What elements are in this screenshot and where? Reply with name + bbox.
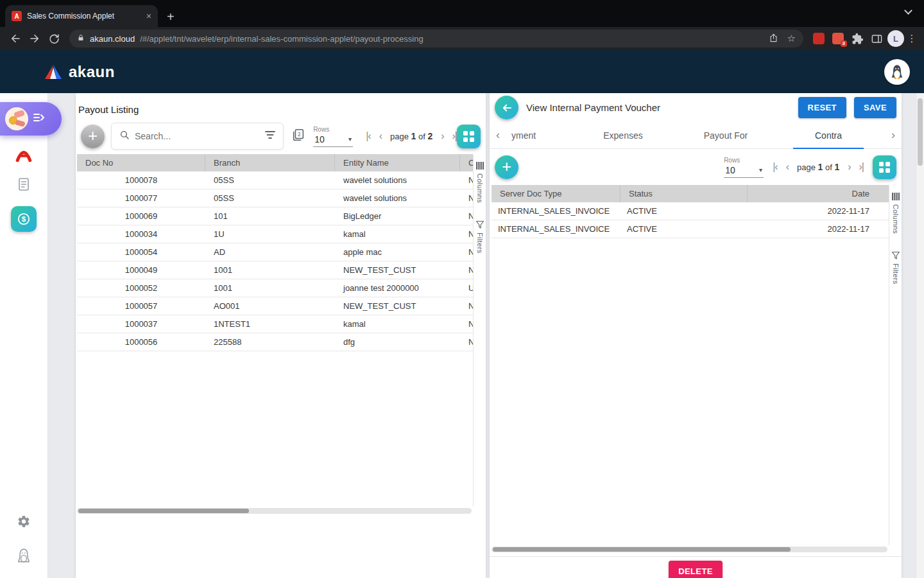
last-page-icon[interactable]: ›| (859, 162, 864, 172)
tab-list: yment Expenses Payout For Contra (508, 122, 880, 148)
table-row[interactable]: 1000054 AD apple mac N (77, 243, 473, 261)
column-header[interactable]: Branch (205, 154, 335, 171)
back-icon[interactable] (6, 30, 24, 48)
scrollbar-thumb[interactable] (78, 509, 249, 513)
entity-name-cell: NEW_TEST_CUST (335, 265, 460, 275)
table-row[interactable]: INTERNAL_SALES_INVOICE ACTIVE 2022-11-17 (492, 220, 889, 238)
tab[interactable]: Contra (777, 122, 880, 148)
table-row[interactable]: 1000049 1001 NEW_TEST_CUST N (77, 261, 473, 279)
back-button[interactable] (495, 96, 518, 119)
rows-per-page-select[interactable]: Rows 10 ▾ (313, 126, 353, 147)
side-panel-icon[interactable] (868, 30, 886, 48)
pagination: |‹ ‹ page 1 of 2 › ›| (366, 131, 457, 141)
filters-toggle[interactable]: Filters (892, 252, 900, 285)
branch-cell: 225588 (205, 337, 335, 347)
penguin-help-icon[interactable] (15, 548, 32, 567)
grid-view-button[interactable] (873, 155, 896, 179)
table-row[interactable]: 1000037 1NTEST1 kamal N (77, 315, 473, 333)
column-header[interactable]: Server Doc Type (492, 185, 620, 202)
tabs-scroll-right-icon[interactable]: › (884, 128, 895, 142)
columns-toggle[interactable]: Columns (476, 162, 484, 203)
columns-toggle[interactable]: Columns (892, 193, 900, 234)
branch-cell: 05SS (205, 193, 335, 203)
share-icon[interactable] (769, 33, 778, 45)
brand-logo[interactable]: akaun (44, 63, 115, 81)
table-side-toolbar: Columns Filters (473, 154, 486, 507)
next-page-icon[interactable]: › (441, 131, 443, 141)
user-avatar[interactable] (884, 59, 910, 85)
forward-icon[interactable] (26, 30, 44, 48)
app-header: akaun (0, 50, 924, 93)
rows-value: 10 (725, 165, 735, 175)
filters-toggle[interactable]: Filters (476, 221, 484, 254)
reload-icon[interactable] (45, 30, 63, 48)
tabs-scroll-left-icon[interactable]: ‹ (496, 128, 508, 142)
prev-page-icon[interactable]: ‹ (379, 131, 382, 141)
extensions-puzzle-icon[interactable] (848, 30, 866, 48)
column-header[interactable]: C (460, 154, 473, 171)
table-row[interactable]: 1000077 05SS wavelet solutions N (77, 189, 473, 207)
save-button[interactable]: SAVE (854, 97, 896, 118)
table-row[interactable]: 1000069 101 BigLedger N (77, 207, 473, 225)
reset-button[interactable]: RESET (798, 97, 846, 118)
tab-label: Expenses (603, 130, 642, 141)
add-contra-button[interactable]: + (495, 155, 518, 179)
profile-avatar[interactable]: L (887, 30, 905, 48)
entity-name-cell: wavelet solutions (335, 193, 460, 203)
tab-search-chevron-icon[interactable] (904, 6, 912, 15)
rows-per-page-select[interactable]: Rows 10 ▾ (724, 157, 764, 178)
table-row[interactable]: INTERNAL_SALES_INVOICE ACTIVE 2022-11-17 (492, 202, 889, 220)
add-payout-button[interactable]: + (81, 125, 105, 148)
expand-sidebar-icon[interactable] (33, 112, 46, 126)
horizontal-scrollbar[interactable] (77, 508, 472, 514)
extra-cell: N (460, 193, 473, 203)
table-row[interactable]: 1000034 1U kamal N (77, 225, 473, 243)
scrollbar-thumb[interactable] (493, 547, 791, 552)
last-page-icon[interactable]: ›| (452, 131, 457, 141)
table-body: 1000078 05SS wavelet solutions N 1000077… (77, 171, 473, 351)
column-header[interactable]: Status (620, 185, 748, 202)
table-row[interactable]: 1000056 225588 dfg N (77, 333, 473, 351)
table-row[interactable]: 1000052 1001 joanne test 2000000 U (77, 279, 473, 297)
column-header[interactable]: Entity Name (335, 154, 460, 171)
new-tab-icon[interactable]: + (167, 10, 175, 23)
tab-close-icon[interactable]: × (146, 12, 151, 21)
column-header[interactable]: Date (748, 185, 889, 202)
scrollbar-thumb[interactable] (918, 98, 923, 166)
first-page-icon[interactable]: |‹ (366, 131, 370, 141)
pdf-applet-icon[interactable] (15, 146, 32, 165)
browser-tab[interactable]: A Sales Commission Applet × (5, 5, 158, 27)
first-page-icon[interactable]: |‹ (773, 162, 777, 172)
table-row[interactable]: 1000078 05SS wavelet solutions N (77, 171, 473, 189)
tab[interactable]: Expenses (572, 122, 674, 148)
settings-gear-icon[interactable] (17, 514, 31, 531)
pagination: |‹ ‹ page 1 of 1 › ›| (773, 162, 864, 172)
table-row[interactable]: 1000057 AO001 NEW_TEST_CUST N (77, 297, 473, 315)
prev-page-icon[interactable]: ‹ (786, 162, 789, 172)
document-applet-icon[interactable] (16, 177, 31, 195)
extension-red-icon[interactable] (810, 30, 828, 48)
filter-list-icon[interactable] (265, 130, 275, 142)
window-scrollbar[interactable] (916, 93, 924, 578)
next-page-icon[interactable]: › (848, 162, 850, 172)
applet-fab[interactable] (0, 102, 62, 136)
extension-badge-icon[interactable]: 3 (829, 30, 847, 48)
sales-commission-applet-icon[interactable]: $ (11, 206, 37, 232)
horizontal-scrollbar[interactable] (492, 547, 887, 552)
pages-icon[interactable]: 2 (291, 128, 305, 144)
extra-cell: N (460, 337, 473, 347)
tab[interactable]: Payout For (674, 122, 777, 148)
grid-view-button[interactable] (457, 125, 481, 148)
workspace: $ Payout Listing + (0, 93, 924, 578)
search-box[interactable] (111, 123, 284, 150)
bookmark-star-icon[interactable]: ☆ (787, 33, 796, 44)
tab[interactable]: yment (508, 122, 572, 148)
table-header-row: Doc NoBranchEntity NameC (77, 154, 473, 171)
address-bar[interactable]: akaun.cloud /#/applet/tnt/wavelet/erp/in… (69, 30, 803, 48)
extra-cell: N (460, 229, 473, 239)
search-input[interactable] (135, 131, 260, 141)
column-header[interactable]: Doc No (77, 154, 205, 171)
delete-button[interactable]: DELETE (669, 561, 723, 578)
browser-menu-icon[interactable]: ⋮ (906, 33, 918, 44)
server-doc-type-cell: INTERNAL_SALES_INVOICE (492, 206, 620, 216)
